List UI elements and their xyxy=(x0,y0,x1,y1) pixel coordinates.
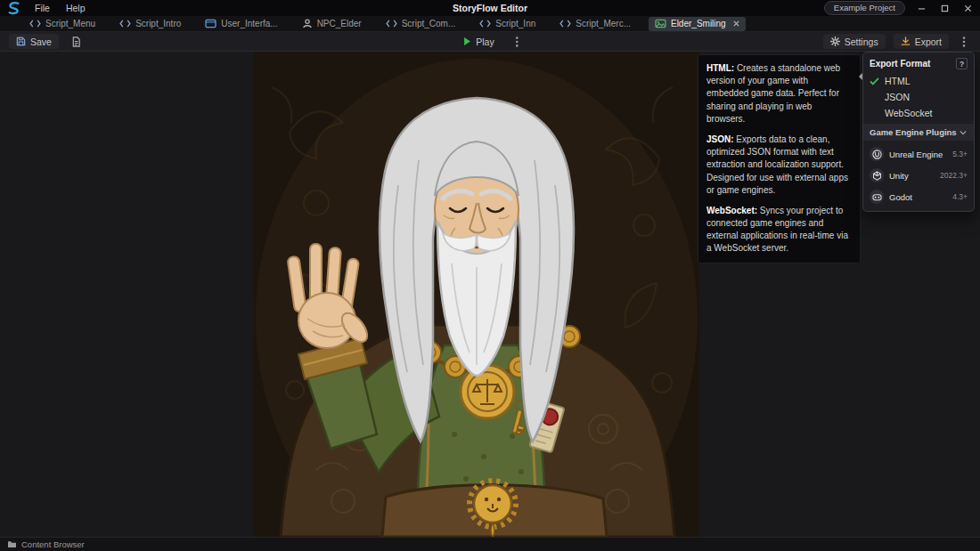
godot-icon xyxy=(870,190,884,204)
check-icon xyxy=(870,77,880,85)
editor-canvas: HTML: Creates a standalone web version o… xyxy=(0,52,980,537)
play-icon xyxy=(462,36,471,46)
tab-close-icon[interactable] xyxy=(733,20,739,27)
maximize-button[interactable] xyxy=(937,1,951,15)
export-button[interactable]: Export xyxy=(894,34,949,49)
plugin-unreal-engine[interactable]: Unreal Engine 5.3+ xyxy=(863,143,974,165)
tab-script-inn[interactable]: Script_Inn xyxy=(473,17,542,31)
person-icon xyxy=(302,19,313,28)
unity-icon xyxy=(870,168,884,182)
tab-script-intro[interactable]: Script_Intro xyxy=(113,17,187,31)
window-icon xyxy=(205,19,216,28)
game-engine-plugins-header[interactable]: Game Engine Plugins xyxy=(863,124,974,141)
code-icon xyxy=(479,20,491,28)
toolbar: Save Play Settings Export xyxy=(0,32,980,52)
export-format-header: Export Format ? xyxy=(863,55,974,73)
storyflow-logo-icon xyxy=(5,1,23,15)
document-icon xyxy=(71,36,81,47)
more-options-kebab[interactable] xyxy=(957,34,971,49)
code-icon xyxy=(29,20,41,28)
minimize-button[interactable] xyxy=(914,1,928,15)
tooltip-json-section: JSON: Exports data to a clean, optimized… xyxy=(706,134,852,197)
play-button[interactable]: Play xyxy=(455,34,501,49)
export-format-websocket[interactable]: WebSocket xyxy=(863,105,974,121)
tooltip-websocket-section: WebSocket: Syncs your project to connect… xyxy=(706,205,852,255)
elder-illustration xyxy=(254,52,699,537)
code-icon xyxy=(559,20,571,28)
tab-npc-elder[interactable]: NPC_Elder xyxy=(296,17,368,31)
gear-icon xyxy=(830,36,840,46)
tooltip-html-section: HTML: Creates a standalone web version o… xyxy=(706,62,852,126)
export-format-json[interactable]: JSON xyxy=(863,89,974,105)
download-icon xyxy=(901,36,911,46)
plugin-unity[interactable]: Unity 2022.3+ xyxy=(863,165,974,186)
save-button[interactable]: Save xyxy=(9,34,59,49)
kebab-menu-icon xyxy=(962,36,966,47)
chevron-down-icon xyxy=(960,130,967,135)
tab-bar: Script_Menu Script_Intro User_Interfa...… xyxy=(0,16,980,32)
project-badge[interactable]: Example Project xyxy=(824,1,905,15)
tab-user-interface[interactable]: User_Interfa... xyxy=(199,17,283,31)
export-format-html[interactable]: HTML xyxy=(863,73,974,89)
save-icon xyxy=(16,36,26,46)
statusbar-content-browser[interactable]: Content Browser xyxy=(0,537,980,551)
menu-file[interactable]: File xyxy=(27,0,58,16)
play-options-kebab[interactable] xyxy=(510,34,525,49)
image-icon xyxy=(655,19,666,28)
settings-button[interactable]: Settings xyxy=(823,34,886,49)
close-button[interactable] xyxy=(960,1,975,15)
plugin-godot[interactable]: Godot 4.3+ xyxy=(863,186,974,207)
kebab-menu-icon xyxy=(516,36,519,47)
folder-icon xyxy=(7,540,17,548)
character-preview xyxy=(254,52,699,537)
storyflow-editor-window: File Help StoryFlow Editor Example Proje… xyxy=(0,0,980,551)
menu-help[interactable]: Help xyxy=(58,0,94,16)
tab-script-menu[interactable]: Script_Menu xyxy=(23,17,102,31)
export-help-tooltip: HTML: Creates a standalone web version o… xyxy=(698,54,861,263)
tab-script-merc[interactable]: Script_Merc... xyxy=(553,17,637,31)
export-menu: Export Format ? HTML JSON WebSocket Game… xyxy=(862,52,975,212)
code-icon xyxy=(119,20,131,28)
new-document-button[interactable] xyxy=(69,34,84,49)
code-icon xyxy=(386,20,397,28)
tab-elder-smiling[interactable]: Elder_Smiling xyxy=(649,17,746,31)
titlebar: File Help StoryFlow Editor Example Proje… xyxy=(0,0,980,16)
help-button[interactable]: ? xyxy=(956,58,968,69)
tab-script-com[interactable]: Script_Com... xyxy=(380,17,462,31)
unreal-engine-icon xyxy=(870,147,884,161)
